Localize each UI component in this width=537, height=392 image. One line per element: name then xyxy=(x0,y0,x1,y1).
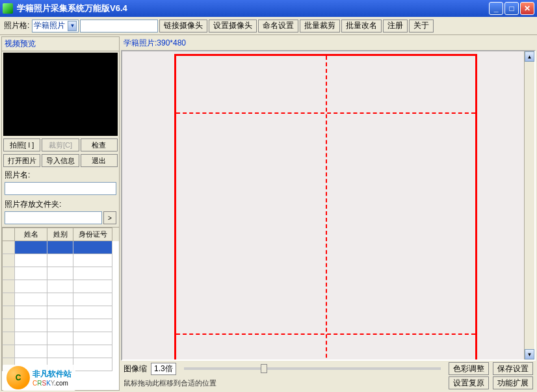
crop-guide-center xyxy=(326,56,327,361)
slider-thumb[interactable] xyxy=(261,364,267,373)
col-idno: 身份证号 xyxy=(73,228,112,241)
naming-settings-button[interactable]: 命名设置 xyxy=(258,20,298,33)
browse-folder-button[interactable]: > xyxy=(103,211,116,224)
color-adjust-button[interactable]: 色彩调整 xyxy=(449,362,489,375)
folder-label: 照片存放文件夹: xyxy=(2,198,119,211)
table-row[interactable] xyxy=(2,358,119,371)
app-icon xyxy=(3,3,13,14)
hint-text: 鼠标拖动此框移到合适的位置 xyxy=(124,378,445,388)
table-row[interactable] xyxy=(2,280,119,293)
set-camera-button[interactable]: 设置摄像头 xyxy=(209,20,257,33)
photo-spec-title: 学籍照片:390*480 xyxy=(121,36,536,50)
table-row[interactable] xyxy=(2,345,119,358)
minimize-button[interactable]: _ xyxy=(489,2,503,15)
restore-settings-button[interactable]: 设置复原 xyxy=(449,376,489,389)
exit-button[interactable]: 退出 xyxy=(81,154,118,167)
zoom-label: 图像缩 xyxy=(124,363,147,374)
check-button[interactable]: 检查 xyxy=(81,138,118,151)
batch-crop-button[interactable]: 批量裁剪 xyxy=(300,20,340,33)
batch-rename-button[interactable]: 批量改名 xyxy=(341,20,382,33)
col-gender: 姓别 xyxy=(47,228,73,241)
capture-button[interactable]: 拍照[ I ] xyxy=(3,138,40,151)
save-settings-button[interactable]: 保存设置 xyxy=(493,362,533,375)
format-select[interactable]: 学籍照片 ▼ xyxy=(32,20,79,33)
table-row[interactable] xyxy=(2,332,119,345)
close-button[interactable]: ✕ xyxy=(520,2,534,15)
photo-name-label: 照片名: xyxy=(2,168,119,182)
table-row[interactable] xyxy=(2,267,119,280)
crop-frame[interactable] xyxy=(174,54,477,361)
preview-title: 视频预览 xyxy=(2,37,119,51)
video-preview xyxy=(3,53,118,136)
data-grid[interactable]: 姓名 姓别 身份证号 xyxy=(2,227,119,390)
register-button[interactable]: 注册 xyxy=(383,20,408,33)
table-row[interactable] xyxy=(2,319,119,332)
table-row[interactable] xyxy=(2,306,119,319)
table-row[interactable] xyxy=(2,254,119,267)
scroll-up-button[interactable]: ▲ xyxy=(525,51,534,62)
maximize-button[interactable]: □ xyxy=(504,2,519,15)
format-label: 照片格: xyxy=(4,20,31,31)
grid-header: 姓名 姓别 身份证号 xyxy=(2,228,119,241)
right-panel: 学籍照片:390*480 ▲ ▼ 图像缩 1.3倍 色彩调整 保存设置 鼠标拖动… xyxy=(121,36,536,391)
toolbar-text-input[interactable] xyxy=(80,20,158,33)
toolbar: 照片格: 学籍照片 ▼ 链接摄像头 设置摄像头 命名设置 批量裁剪 批量改名 注… xyxy=(0,17,537,35)
zoom-slider[interactable] xyxy=(184,367,441,370)
import-info-button[interactable]: 导入信息 xyxy=(42,154,79,167)
photo-name-input[interactable] xyxy=(5,182,116,195)
client-area: 视频预览 拍照[ I ] 裁剪[C] 检查 打开图片 导入信息 退出 照片名: … xyxy=(0,35,537,392)
col-name: 姓名 xyxy=(15,228,47,241)
feature-extend-button[interactable]: 功能扩展 xyxy=(493,376,533,389)
titlebar: 学籍照片采集系统万能版V6.4 _ □ ✕ xyxy=(0,0,537,17)
zoom-value: 1.3倍 xyxy=(151,363,176,375)
left-panel: 视频预览 拍照[ I ] 裁剪[C] 检查 打开图片 导入信息 退出 照片名: … xyxy=(1,36,120,391)
grid-body[interactable] xyxy=(2,241,119,390)
window-title: 学籍照片采集系统万能版V6.4 xyxy=(17,3,489,14)
canvas-area[interactable]: ▲ ▼ xyxy=(121,50,536,361)
vertical-scrollbar[interactable]: ▲ ▼ xyxy=(524,51,534,359)
folder-input[interactable] xyxy=(5,211,102,224)
chevron-down-icon[interactable]: ▼ xyxy=(68,21,77,31)
about-button[interactable]: 关于 xyxy=(409,20,434,33)
format-value: 学籍照片 xyxy=(34,20,65,31)
table-row[interactable] xyxy=(2,241,119,254)
table-row[interactable] xyxy=(2,293,119,306)
crop-button: 裁剪[C] xyxy=(42,138,79,151)
open-image-button[interactable]: 打开图片 xyxy=(3,154,40,167)
scroll-down-button[interactable]: ▼ xyxy=(525,349,534,359)
connect-camera-button[interactable]: 链接摄像头 xyxy=(159,20,207,33)
